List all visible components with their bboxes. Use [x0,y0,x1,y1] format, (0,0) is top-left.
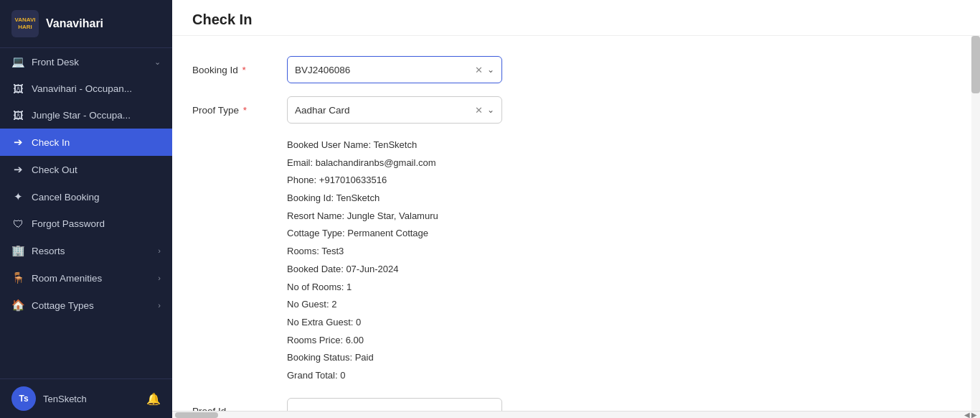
proof-type-label: Proof Type * [192,105,278,116]
proof-id-label: Proof Id [192,406,278,411]
room-amenities-chevron-icon: › [158,274,161,282]
phone: Phone: +917010633516 [287,172,960,190]
rooms: Rooms: Test3 [287,243,960,261]
chevron-icon: ⌄ [154,57,161,67]
sidebar-label-front-desk: Front Desk [32,57,147,68]
sidebar-label-room-amenities: Room Amenities [32,273,151,284]
sidebar-item-jungle-star[interactable]: 🖼 Jungle Star - Occupa... [0,102,172,129]
booking-id-actions: ✕ ⌄ [475,65,494,75]
horizontal-scroll-arrows: ◀ ▶ [964,411,980,418]
proof-type-dropdown-icon[interactable]: ⌄ [487,105,494,115]
vanavihari-icon: 🖼 [11,83,24,95]
resorts-chevron-icon: › [158,246,161,255]
check-in-icon: ➔ [11,136,24,149]
proof-type-clear-icon[interactable]: ✕ [475,105,483,116]
cottage-type: Cottage Type: Permanent Cottage [287,225,960,243]
sidebar-label-resorts: Resorts [32,246,151,256]
proof-id-input[interactable] [287,398,502,411]
avatar-initials: Ts [19,394,28,404]
sidebar-item-cottage-types[interactable]: 🏠 Cottage Types › [0,292,172,319]
notification-bell-icon[interactable]: 🔔 [146,392,161,406]
horizontal-scrollbar: ◀ ▶ [172,411,980,418]
sidebar-label-cancel-booking: Cancel Booking [32,192,161,203]
sidebar-item-resorts[interactable]: 🏢 Resorts › [0,237,172,264]
booking-id-select[interactable]: BVJ2406086 ✕ ⌄ [287,56,502,83]
sidebar-label-check-in: Check In [32,137,161,148]
check-out-icon: ➔ [11,163,24,176]
proof-type-value: Aadhar Card [295,105,475,116]
scroll-left-icon[interactable]: ◀ [964,411,970,418]
sidebar-label-vanavihari: Vanavihari - Occupan... [32,83,161,94]
resorts-icon: 🏢 [11,244,24,257]
booked-user: Booked User Name: TenSketch [287,136,960,154]
booking-id-label: Booking Id * [192,65,278,75]
jungle-star-icon: 🖼 [11,109,24,121]
vertical-scrollbar-track [971,36,980,411]
sidebar-item-room-amenities[interactable]: 🪑 Room Amenities › [0,264,172,292]
booking-info: Booked User Name: TenSketch Email: balac… [287,136,960,385]
sidebar-label-check-out: Check Out [32,164,161,175]
no-guest: No Guest: 2 [287,296,960,314]
cancel-booking-icon: ✦ [11,190,24,203]
forgot-password-icon: 🛡 [11,218,24,230]
sidebar-label-cottage-types: Cottage Types [32,300,151,311]
booking-status: Booking Status: Paid [287,349,960,367]
sidebar-label-jungle-star: Jungle Star - Occupa... [32,110,161,121]
rooms-price: Rooms Price: 6.00 [287,332,960,350]
vertical-scrollbar-thumb[interactable] [971,36,980,93]
room-amenities-icon: 🪑 [11,271,24,284]
sidebar-label-forgot-password: Forgot Password [32,218,161,229]
page-header: Check In [172,0,980,36]
sidebar-item-check-out[interactable]: ➔ Check Out [0,156,172,183]
avatar: Ts [11,386,36,411]
app-logo: VANAVIHARI [11,10,39,37]
main-content: Check In Booking Id * BVJ2406086 ✕ ⌄ Pro… [172,0,980,418]
sidebar-header: VANAVIHARI Vanavihari [0,0,172,48]
sidebar: VANAVIHARI Vanavihari 💻 Front Desk ⌄ 🖼 V… [0,0,172,418]
horizontal-scrollbar-thumb[interactable] [175,412,218,418]
sidebar-item-cancel-booking[interactable]: ✦ Cancel Booking [0,183,172,210]
proof-type-select[interactable]: Aadhar Card ✕ ⌄ [287,96,502,124]
sidebar-item-vanavihari[interactable]: 🖼 Vanavihari - Occupan... [0,75,172,102]
booking-id-clear-icon[interactable]: ✕ [475,65,483,75]
booking-id-info: Booking Id: TenSketch [287,190,960,208]
cottage-types-icon: 🏠 [11,299,24,312]
booking-id-value: BVJ2406086 [295,65,475,75]
sidebar-item-front-desk[interactable]: 💻 Front Desk ⌄ [0,48,172,75]
no-extra-guest: No Extra Guest: 0 [287,314,960,332]
resort-name: Resort Name: Jungle Star, Valamuru [287,208,960,226]
cottage-types-chevron-icon: › [158,301,161,310]
sidebar-nav: 💻 Front Desk ⌄ 🖼 Vanavihari - Occupan...… [0,48,172,319]
form-area: Booking Id * BVJ2406086 ✕ ⌄ Proof Type *… [172,36,980,411]
footer-username: TenSketch [43,394,139,404]
proof-required-marker: * [240,105,247,116]
email: Email: balachandiranbs@gmail.com [287,154,960,172]
grand-total: Grand Total: 0 [287,367,960,385]
front-desk-icon: 💻 [11,55,24,68]
required-marker: * [240,65,246,75]
booking-id-row: Booking Id * BVJ2406086 ✕ ⌄ [192,56,960,83]
proof-type-row: Proof Type * Aadhar Card ✕ ⌄ [192,96,960,124]
sidebar-item-forgot-password[interactable]: 🛡 Forgot Password [0,210,172,237]
proof-id-row: Proof Id [192,398,960,411]
booking-id-dropdown-icon[interactable]: ⌄ [487,65,494,75]
sidebar-footer: Ts TenSketch 🔔 [0,378,172,418]
scroll-right-icon[interactable]: ▶ [971,411,977,418]
logo-text: VANAVIHARI [14,17,35,30]
booked-date: Booked Date: 07-Jun-2024 [287,261,960,279]
app-name: Vanavihari [46,17,103,30]
page-title: Check In [192,11,960,28]
proof-type-actions: ✕ ⌄ [475,105,494,116]
sidebar-item-check-in[interactable]: ➔ Check In [0,129,172,156]
no-of-rooms: No of Rooms: 1 [287,279,960,297]
